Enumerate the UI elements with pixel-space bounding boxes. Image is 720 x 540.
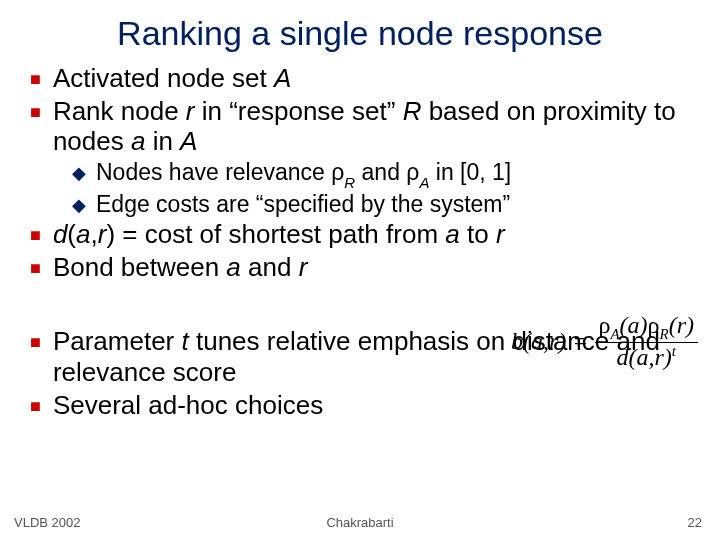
var-a: a [76,219,90,249]
subbullet-edge-costs: ◆ Edge costs are “specified by the syste… [72,191,700,219]
var-a: a [131,126,145,156]
rho: ρ [599,312,611,338]
text: ( [67,219,76,249]
square-bullet-icon: ■ [30,69,41,90]
footer-center: Chakrabarti [0,515,720,530]
var-R: R [403,96,422,126]
denom-d: d(a,r) [617,344,672,370]
sub-A: A [611,326,620,342]
square-bullet-icon: ■ [30,396,41,417]
text: in [145,126,180,156]
text: ) [106,219,115,249]
slide-title: Ranking a single node response [0,0,720,63]
text: and [241,252,299,282]
text: Nodes have relevance [96,159,331,185]
text: to [460,219,496,249]
sub-A: A [419,174,429,191]
bond-formula: b(a,r) = ρA(a)ρR(r) d(a,r)t [462,312,698,371]
text: in [0, 1] [429,159,511,185]
slide-footer: VLDB 2002 Chakrabarti 22 [0,515,720,530]
arg: (a) [620,312,648,338]
var-A: A [180,126,197,156]
var-r: r [186,96,195,126]
square-bullet-icon: ■ [30,225,41,246]
rho: ρ [406,159,419,185]
sub-R: R [344,174,355,191]
text: Several ad-hoc choices [53,390,323,421]
text: , [90,219,97,249]
bullet-shortest-path: ■ d(a,r) = cost of shortest path from a … [30,219,700,250]
diamond-bullet-icon: ◆ [72,195,86,217]
text: Parameter [53,326,182,356]
subbullet-relevance: ◆ Nodes have relevance ρR and ρA in [0, … [72,159,700,190]
var-r: r [299,252,308,282]
rho: ρ [648,312,660,338]
var-d: d [53,219,67,249]
square-bullet-icon: ■ [30,102,41,123]
bullet-rank-node: ■ Rank node r in “response set” R based … [30,96,700,157]
text: Activated node set [53,63,274,93]
sub-R: R [660,326,669,342]
slide-number: 22 [688,515,702,530]
var-a: a [445,219,459,249]
fraction: ρA(a)ρR(r) d(a,r)t [595,312,698,371]
formula-lhs: b(a,r) = [511,328,589,355]
var-r: r [496,219,505,249]
text: in “response set” [195,96,403,126]
diamond-bullet-icon: ◆ [72,163,86,185]
bullet-activated-set: ■ Activated node set A [30,63,700,94]
var-A: A [274,63,291,93]
square-bullet-icon: ■ [30,258,41,279]
text: Rank node [53,96,186,126]
square-bullet-icon: ■ [30,332,41,353]
arg: (r) [669,312,694,338]
rho: ρ [331,159,344,185]
var-a: a [226,252,240,282]
text: Edge costs are “specified by the system” [96,191,510,219]
var-t: t [181,326,188,356]
text: = cost of shortest path from [115,219,445,249]
text: and [355,159,406,185]
text: Bond between [53,252,226,282]
bullet-adhoc: ■ Several ad-hoc choices [30,390,700,421]
bullet-bond: ■ Bond between a and r [30,252,700,283]
sup-t: t [672,343,676,359]
footer-left: VLDB 2002 [14,515,81,530]
